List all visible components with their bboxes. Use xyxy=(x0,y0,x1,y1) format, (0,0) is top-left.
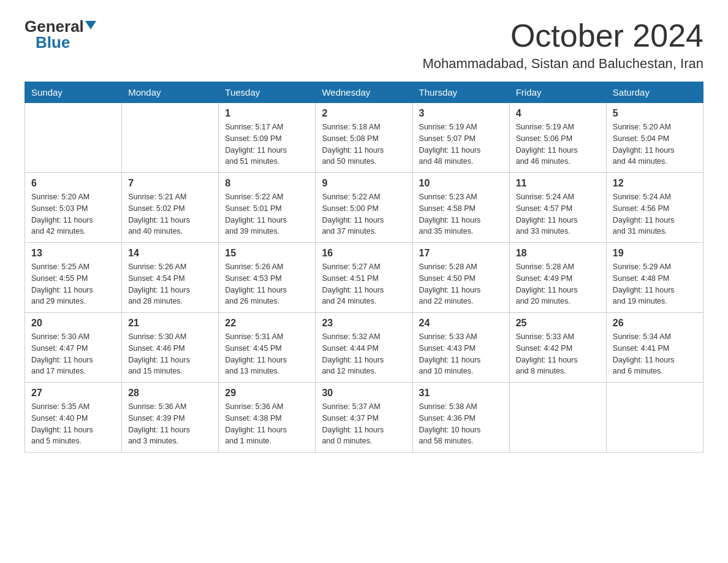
day-info: Sunrise: 5:33 AM Sunset: 4:42 PM Dayligh… xyxy=(516,331,600,377)
calendar-table: SundayMondayTuesdayWednesdayThursdayFrid… xyxy=(25,82,703,453)
calendar-cell xyxy=(509,383,606,453)
calendar-cell: 13Sunrise: 5:25 AM Sunset: 4:55 PM Dayli… xyxy=(25,243,122,313)
column-header-thursday: Thursday xyxy=(412,82,509,103)
column-header-monday: Monday xyxy=(122,82,219,103)
calendar-cell: 5Sunrise: 5:20 AM Sunset: 5:04 PM Daylig… xyxy=(606,103,703,173)
day-number: 21 xyxy=(128,318,212,329)
title-block: October 2024 Mohammadabad, Sistan and Ba… xyxy=(422,18,703,72)
day-number: 2 xyxy=(322,108,406,119)
calendar-cell: 1Sunrise: 5:17 AM Sunset: 5:09 PM Daylig… xyxy=(219,103,316,173)
day-number: 26 xyxy=(613,318,697,329)
day-number: 5 xyxy=(613,108,697,119)
calendar-week-row: 27Sunrise: 5:35 AM Sunset: 4:40 PM Dayli… xyxy=(25,383,703,453)
day-info: Sunrise: 5:30 AM Sunset: 4:47 PM Dayligh… xyxy=(31,331,115,377)
day-number: 11 xyxy=(516,178,600,189)
day-number: 10 xyxy=(419,178,503,189)
column-header-tuesday: Tuesday xyxy=(219,82,316,103)
month-title: October 2024 xyxy=(422,18,703,53)
day-info: Sunrise: 5:19 AM Sunset: 5:06 PM Dayligh… xyxy=(516,121,600,167)
day-number: 16 xyxy=(322,248,406,259)
day-info: Sunrise: 5:27 AM Sunset: 4:51 PM Dayligh… xyxy=(322,261,406,307)
day-number: 27 xyxy=(31,388,115,399)
day-info: Sunrise: 5:36 AM Sunset: 4:38 PM Dayligh… xyxy=(225,401,309,447)
day-number: 13 xyxy=(31,248,115,259)
calendar-cell: 11Sunrise: 5:24 AM Sunset: 4:57 PM Dayli… xyxy=(509,173,606,243)
calendar-cell: 20Sunrise: 5:30 AM Sunset: 4:47 PM Dayli… xyxy=(25,313,122,383)
location-title: Mohammadabad, Sistan and Baluchestan, Ir… xyxy=(422,56,703,72)
day-info: Sunrise: 5:33 AM Sunset: 4:43 PM Dayligh… xyxy=(419,331,503,377)
page-header: General Blue October 2024 Mohammadabad, … xyxy=(25,18,703,72)
day-number: 4 xyxy=(516,108,600,119)
day-info: Sunrise: 5:22 AM Sunset: 5:00 PM Dayligh… xyxy=(322,191,406,237)
calendar-cell: 12Sunrise: 5:24 AM Sunset: 4:56 PM Dayli… xyxy=(606,173,703,243)
day-info: Sunrise: 5:26 AM Sunset: 4:54 PM Dayligh… xyxy=(128,261,212,307)
day-info: Sunrise: 5:22 AM Sunset: 5:01 PM Dayligh… xyxy=(225,191,309,237)
calendar-cell: 10Sunrise: 5:23 AM Sunset: 4:58 PM Dayli… xyxy=(412,173,509,243)
day-number: 14 xyxy=(128,248,212,259)
calendar-cell: 29Sunrise: 5:36 AM Sunset: 4:38 PM Dayli… xyxy=(219,383,316,453)
day-number: 6 xyxy=(31,178,115,189)
calendar-cell: 9Sunrise: 5:22 AM Sunset: 5:00 PM Daylig… xyxy=(316,173,412,243)
day-number: 29 xyxy=(225,388,309,399)
day-number: 20 xyxy=(31,318,115,329)
calendar-week-row: 13Sunrise: 5:25 AM Sunset: 4:55 PM Dayli… xyxy=(25,243,703,313)
calendar-cell: 19Sunrise: 5:29 AM Sunset: 4:48 PM Dayli… xyxy=(606,243,703,313)
calendar-week-row: 1Sunrise: 5:17 AM Sunset: 5:09 PM Daylig… xyxy=(25,103,703,173)
day-info: Sunrise: 5:24 AM Sunset: 4:57 PM Dayligh… xyxy=(516,191,600,237)
day-number: 22 xyxy=(225,318,309,329)
day-info: Sunrise: 5:18 AM Sunset: 5:08 PM Dayligh… xyxy=(322,121,406,167)
day-info: Sunrise: 5:36 AM Sunset: 4:39 PM Dayligh… xyxy=(128,401,212,447)
calendar-cell: 26Sunrise: 5:34 AM Sunset: 4:41 PM Dayli… xyxy=(606,313,703,383)
day-info: Sunrise: 5:28 AM Sunset: 4:50 PM Dayligh… xyxy=(419,261,503,307)
calendar-cell: 2Sunrise: 5:18 AM Sunset: 5:08 PM Daylig… xyxy=(316,103,412,173)
column-header-wednesday: Wednesday xyxy=(316,82,412,103)
day-info: Sunrise: 5:17 AM Sunset: 5:09 PM Dayligh… xyxy=(225,121,309,167)
day-info: Sunrise: 5:24 AM Sunset: 4:56 PM Dayligh… xyxy=(613,191,697,237)
day-number: 9 xyxy=(322,178,406,189)
day-number: 18 xyxy=(516,248,600,259)
day-number: 23 xyxy=(322,318,406,329)
calendar-cell: 3Sunrise: 5:19 AM Sunset: 5:07 PM Daylig… xyxy=(412,103,509,173)
day-info: Sunrise: 5:19 AM Sunset: 5:07 PM Dayligh… xyxy=(419,121,503,167)
column-header-saturday: Saturday xyxy=(606,82,703,103)
calendar-cell: 8Sunrise: 5:22 AM Sunset: 5:01 PM Daylig… xyxy=(219,173,316,243)
day-number: 24 xyxy=(419,318,503,329)
day-info: Sunrise: 5:32 AM Sunset: 4:44 PM Dayligh… xyxy=(322,331,406,377)
day-number: 17 xyxy=(419,248,503,259)
calendar-cell: 6Sunrise: 5:20 AM Sunset: 5:03 PM Daylig… xyxy=(25,173,122,243)
day-number: 12 xyxy=(613,178,697,189)
column-header-sunday: Sunday xyxy=(25,82,122,103)
day-number: 30 xyxy=(322,388,406,399)
calendar-cell: 16Sunrise: 5:27 AM Sunset: 4:51 PM Dayli… xyxy=(316,243,412,313)
day-number: 1 xyxy=(225,108,309,119)
logo-blue-text: Blue xyxy=(36,34,70,50)
day-number: 15 xyxy=(225,248,309,259)
day-number: 28 xyxy=(128,388,212,399)
day-info: Sunrise: 5:25 AM Sunset: 4:55 PM Dayligh… xyxy=(31,261,115,307)
day-info: Sunrise: 5:26 AM Sunset: 4:53 PM Dayligh… xyxy=(225,261,309,307)
calendar-cell: 25Sunrise: 5:33 AM Sunset: 4:42 PM Dayli… xyxy=(509,313,606,383)
calendar-cell: 28Sunrise: 5:36 AM Sunset: 4:39 PM Dayli… xyxy=(122,383,219,453)
calendar-cell: 7Sunrise: 5:21 AM Sunset: 5:02 PM Daylig… xyxy=(122,173,219,243)
calendar-cell: 17Sunrise: 5:28 AM Sunset: 4:50 PM Dayli… xyxy=(412,243,509,313)
logo-general-text: General xyxy=(25,18,84,34)
calendar-cell: 30Sunrise: 5:37 AM Sunset: 4:37 PM Dayli… xyxy=(316,383,412,453)
logo: General Blue xyxy=(25,18,96,50)
calendar-cell xyxy=(25,103,122,173)
day-info: Sunrise: 5:30 AM Sunset: 4:46 PM Dayligh… xyxy=(128,331,212,377)
calendar-cell xyxy=(122,103,219,173)
day-info: Sunrise: 5:34 AM Sunset: 4:41 PM Dayligh… xyxy=(613,331,697,377)
day-number: 19 xyxy=(613,248,697,259)
day-number: 8 xyxy=(225,178,309,189)
calendar-cell: 21Sunrise: 5:30 AM Sunset: 4:46 PM Dayli… xyxy=(122,313,219,383)
day-info: Sunrise: 5:37 AM Sunset: 4:37 PM Dayligh… xyxy=(322,401,406,447)
calendar-cell: 23Sunrise: 5:32 AM Sunset: 4:44 PM Dayli… xyxy=(316,313,412,383)
day-info: Sunrise: 5:20 AM Sunset: 5:03 PM Dayligh… xyxy=(31,191,115,237)
day-number: 25 xyxy=(516,318,600,329)
day-info: Sunrise: 5:20 AM Sunset: 5:04 PM Dayligh… xyxy=(613,121,697,167)
logo-triangle-icon xyxy=(85,21,96,29)
calendar-week-row: 20Sunrise: 5:30 AM Sunset: 4:47 PM Dayli… xyxy=(25,313,703,383)
day-info: Sunrise: 5:21 AM Sunset: 5:02 PM Dayligh… xyxy=(128,191,212,237)
calendar-cell: 18Sunrise: 5:28 AM Sunset: 4:49 PM Dayli… xyxy=(509,243,606,313)
calendar-cell: 22Sunrise: 5:31 AM Sunset: 4:45 PM Dayli… xyxy=(219,313,316,383)
